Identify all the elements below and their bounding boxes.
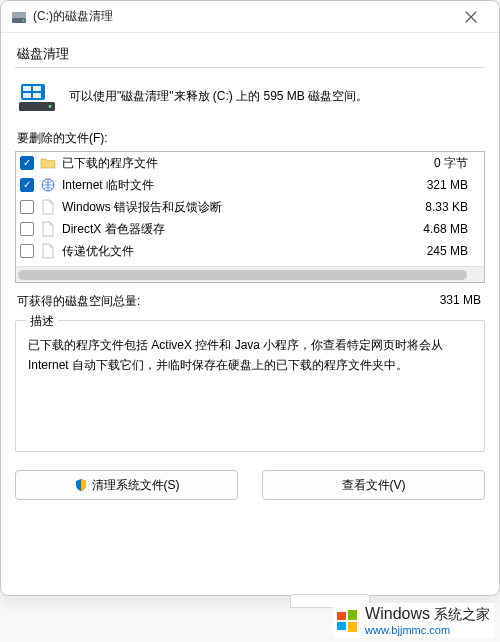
file-name: Internet 临时文件 bbox=[62, 177, 402, 194]
svg-rect-7 bbox=[33, 93, 41, 98]
file-name: Windows 错误报告和反馈诊断 bbox=[62, 199, 402, 216]
svg-rect-5 bbox=[33, 86, 41, 91]
description-box: 描述 已下载的程序文件包括 ActiveX 控件和 Java 小程序，你查看特定… bbox=[15, 320, 485, 452]
watermark: Windows 系统之家 www.bjjmmc.com bbox=[333, 603, 494, 638]
horizontal-scrollbar[interactable] bbox=[16, 266, 484, 282]
file-row[interactable]: 传递优化文件245 MB bbox=[16, 240, 484, 262]
file-row[interactable]: Windows 错误报告和反馈诊断8.33 KB bbox=[16, 196, 484, 218]
watermark-sub: 系统之家 bbox=[434, 606, 490, 624]
total-label: 可获得的磁盘空间总量: bbox=[17, 293, 440, 310]
content-area: 磁盘清理 可以使用"磁盘清理"来释放 (C:) 上的 595 MB 磁盘空间。 bbox=[1, 33, 499, 595]
file-checkbox[interactable] bbox=[20, 156, 34, 170]
file-checkbox[interactable] bbox=[20, 178, 34, 192]
file-icon bbox=[40, 221, 56, 237]
disk-cleanup-window: (C:)的磁盘清理 磁盘清理 bbox=[0, 0, 500, 596]
clean-system-files-button[interactable]: 清理系统文件(S) bbox=[15, 470, 238, 500]
folder-icon bbox=[40, 155, 56, 171]
tab-panel: 可以使用"磁盘清理"来释放 (C:) 上的 595 MB 磁盘空间。 要删除的文… bbox=[15, 67, 485, 581]
svg-point-2 bbox=[23, 19, 25, 21]
window-title: (C:)的磁盘清理 bbox=[33, 8, 451, 25]
file-row[interactable]: DirectX 着色器缓存4.68 MB bbox=[16, 218, 484, 240]
file-name: 传递优化文件 bbox=[62, 243, 402, 260]
total-row: 可获得的磁盘空间总量: 331 MB bbox=[15, 283, 485, 318]
svg-rect-4 bbox=[23, 86, 31, 91]
watermark-url: www.bjjmmc.com bbox=[365, 624, 490, 636]
file-icon bbox=[40, 243, 56, 259]
view-files-label: 查看文件(V) bbox=[342, 477, 406, 494]
file-row[interactable]: Internet 临时文件321 MB bbox=[16, 174, 484, 196]
description-legend: 描述 bbox=[26, 313, 58, 330]
file-size: 321 MB bbox=[408, 178, 468, 192]
file-list-inner[interactable]: 已下载的程序文件0 字节Internet 临时文件321 MBWindows 错… bbox=[16, 152, 484, 282]
file-size: 245 MB bbox=[408, 244, 468, 258]
file-list: 已下载的程序文件0 字节Internet 临时文件321 MBWindows 错… bbox=[15, 151, 485, 283]
file-size: 0 字节 bbox=[408, 155, 468, 172]
svg-rect-12 bbox=[348, 610, 357, 620]
tab-disk-cleanup[interactable]: 磁盘清理 bbox=[15, 41, 485, 67]
intro-row: 可以使用"磁盘清理"来释放 (C:) 上的 595 MB 磁盘空间。 bbox=[15, 80, 485, 124]
file-checkbox[interactable] bbox=[20, 244, 34, 258]
description-text: 已下载的程序文件包括 ActiveX 控件和 Java 小程序，你查看特定网页时… bbox=[28, 331, 472, 376]
file-row[interactable]: 已下载的程序文件0 字节 bbox=[16, 152, 484, 174]
view-files-button[interactable]: 查看文件(V) bbox=[262, 470, 485, 500]
clean-system-files-label: 清理系统文件(S) bbox=[92, 477, 180, 494]
svg-point-9 bbox=[49, 105, 52, 108]
file-size: 4.68 MB bbox=[408, 222, 468, 236]
close-icon bbox=[465, 11, 477, 23]
watermark-text-block: Windows 系统之家 www.bjjmmc.com bbox=[365, 605, 490, 636]
windows-logo-icon bbox=[337, 610, 359, 632]
watermark-brand: Windows bbox=[365, 605, 430, 623]
close-button[interactable] bbox=[451, 3, 491, 31]
svg-rect-14 bbox=[348, 622, 357, 632]
svg-rect-13 bbox=[337, 622, 346, 630]
intro-text: 可以使用"磁盘清理"来释放 (C:) 上的 595 MB 磁盘空间。 bbox=[69, 88, 368, 105]
svg-rect-6 bbox=[23, 93, 31, 98]
total-value: 331 MB bbox=[440, 293, 481, 310]
globe-icon bbox=[40, 177, 56, 193]
svg-rect-11 bbox=[337, 612, 346, 620]
file-name: 已下载的程序文件 bbox=[62, 155, 402, 172]
button-row: 清理系统文件(S) 查看文件(V) bbox=[15, 470, 485, 500]
cleanup-drive-icon bbox=[19, 80, 55, 112]
file-checkbox[interactable] bbox=[20, 200, 34, 214]
file-size: 8.33 KB bbox=[408, 200, 468, 214]
titlebar: (C:)的磁盘清理 bbox=[1, 1, 499, 33]
files-label: 要删除的文件(F): bbox=[17, 130, 485, 147]
drive-icon bbox=[11, 9, 27, 25]
scrollbar-thumb[interactable] bbox=[18, 270, 467, 280]
file-name: DirectX 着色器缓存 bbox=[62, 221, 402, 238]
file-checkbox[interactable] bbox=[20, 222, 34, 236]
shield-icon bbox=[74, 478, 88, 492]
file-icon bbox=[40, 199, 56, 215]
svg-rect-1 bbox=[12, 12, 26, 18]
